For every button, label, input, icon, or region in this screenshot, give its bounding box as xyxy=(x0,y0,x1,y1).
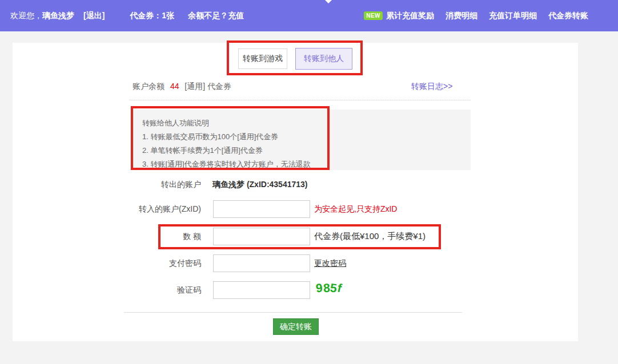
top-bar: 欢迎您， 璃鱼浅梦 [退出] 代金券：1张 余额不足？充值 NEW 累计充值奖励… xyxy=(0,0,618,31)
balance-amount: 44 xyxy=(170,82,179,91)
top-bar-left: 欢迎您， 璃鱼浅梦 [退出] 代金券：1张 余额不足？充值 xyxy=(10,11,244,21)
from-account-label: 转出的账户 xyxy=(81,180,201,190)
to-account-hint: 为安全起见,只支持ZxID xyxy=(314,204,397,215)
change-password-link[interactable]: 更改密码 xyxy=(314,258,346,269)
notice-line-2: 2. 单笔转帐手续费为1个[通用]代金券 xyxy=(142,144,471,157)
balance-row: 账户余额 44 [通用] 代金券 xyxy=(133,82,231,92)
transfer-log-link[interactable]: 转账日志>> xyxy=(411,82,452,92)
transfer-page: 欢迎您， 璃鱼浅梦 [退出] 代金券：1张 余额不足？充值 NEW 累计充值奖励… xyxy=(0,0,618,364)
notice-title: 转账给他人功能说明 xyxy=(142,116,471,130)
amount-hint: 代金券(最低¥100，手续费¥1) xyxy=(314,231,426,242)
menu-item-voucher-transfer[interactable]: 代金券转账 xyxy=(548,11,588,21)
menu-item-order-detail[interactable]: 充值订单明细 xyxy=(489,11,537,21)
divider xyxy=(124,312,462,313)
welcome-text: 欢迎您， xyxy=(10,11,42,21)
voucher-count: 代金券：1张 xyxy=(130,11,174,21)
transfer-card: 转账到游戏 转账到他人 账户余额 44 [通用] 代金券 转账日志>> 转账给他… xyxy=(13,43,578,341)
captcha-input[interactable] xyxy=(213,281,310,299)
top-bar-menu: NEW 累计充值奖励 消费明细 充值订单明细 代金券转账 xyxy=(364,11,588,21)
dropdown-caret-icon xyxy=(325,0,332,3)
tab-transfer-to-other[interactable]: 转账到他人 xyxy=(295,48,352,70)
from-account-value: 璃鱼浅梦 (ZxID:43541713) xyxy=(212,180,308,190)
balance-label: 账户余额 xyxy=(133,82,164,91)
notice-line-1: 1. 转账最低交易币数为100个[通用]代金券 xyxy=(142,130,471,144)
recharge-link[interactable]: 余额不足？充值 xyxy=(188,11,244,21)
to-account-label: 转入的账户(ZxID) xyxy=(81,204,201,215)
menu-item-consumption-detail[interactable]: 消费明细 xyxy=(446,11,477,21)
notice-box: 转账给他人功能说明 1. 转账最低交易币数为100个[通用]代金券 2. 单笔转… xyxy=(133,110,471,170)
captcha-label: 验证码 xyxy=(81,285,201,296)
dotted-divider xyxy=(130,100,471,100)
pay-password-label: 支付密码 xyxy=(81,258,201,269)
to-account-input[interactable] xyxy=(213,200,310,218)
amount-label: 数 额 xyxy=(81,232,201,242)
menu-item-recharge-reward[interactable]: 累计充值奖励 xyxy=(386,11,434,21)
new-badge: NEW xyxy=(364,11,383,20)
notice-line-3: 3. 转账[通用]代金券将实时转入对方账户，无法退款 xyxy=(142,157,471,171)
confirm-transfer-button[interactable]: 确定转账 xyxy=(273,318,319,335)
logout-link[interactable]: [退出] xyxy=(83,11,105,21)
pay-password-input[interactable] xyxy=(213,254,310,272)
amount-input[interactable] xyxy=(213,228,310,245)
username: 璃鱼浅梦 xyxy=(42,11,74,21)
tab-transfer-to-game[interactable]: 转账到游戏 xyxy=(238,48,287,69)
balance-suffix: [通用] 代金券 xyxy=(184,82,231,91)
captcha-text[interactable]: 985f xyxy=(316,281,342,295)
